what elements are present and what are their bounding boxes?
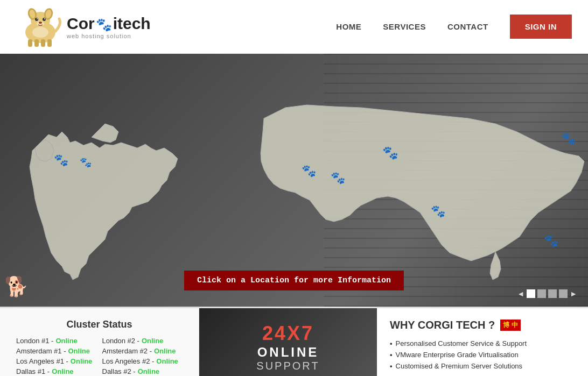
support-247-text: 24X7 [256,322,319,345]
svg-rect-14 [34,39,39,47]
svg-rect-13 [28,39,32,47]
cluster-label-la1: Los Angeles #1 - [16,357,68,365]
bottom-section: Cluster Status London #1 - Online London… [0,307,588,376]
signin-button[interactable]: SIGN IN [510,15,572,39]
cluster-label-dallas1: Dallas #1 - [16,367,50,375]
why-list: Personalised Customer Service & Support … [390,338,575,372]
china-flag-icon: 博 中 [500,320,520,331]
svg-point-8 [37,18,38,19]
slider-prev[interactable]: ◄ [517,289,524,298]
why-item-1: Personalised Customer Service & Support [390,338,575,349]
support-banner: 24X7 ONLINE SUPPORT [199,308,377,376]
cluster-item-dallas1: Dallas #1 - Online [16,367,97,375]
logo-area: Cor 🐾 itech web hosting solution [16,5,151,48]
cluster-status-amsterdam1: Online [68,347,89,355]
hero-section: 🐾 🐾 🐾 🐾 🐾 🐾 🐾 🐾 🐕 Click on a Location fo… [0,54,588,307]
cluster-grid: London #1 - Online London #2 - Online Am… [16,337,183,375]
cluster-item-la1: Los Angeles #1 - Online [16,357,97,365]
cluster-status-london1: Online [55,337,77,345]
cluster-status-title: Cluster Status [16,319,183,330]
cluster-item-london1: London #1 - Online [16,337,97,345]
logo-icon [16,5,65,48]
why-title: WHY CORGI TECH ? 博 中 [390,319,575,331]
paw-texas[interactable]: 🐾 [431,204,446,218]
why-item-1-text: Personalised Customer Service & Support [396,339,527,347]
nav-home[interactable]: HOME [336,22,361,31]
why-item-2-text: VMware Enterprise Grade Virtualisation [396,351,519,359]
svg-text:🐾: 🐾 [382,145,398,160]
slider-next[interactable]: ► [570,289,577,298]
cluster-label-london1: London #1 - [16,337,53,345]
header: Cor 🐾 itech web hosting solution HOME SE… [0,0,588,54]
map-svg[interactable]: 🐾 🐾 🐾 🐾 🐾 🐾 🐾 🐾 [0,54,588,307]
cluster-label-la2: Los Angeles #2 - [102,357,155,365]
paw-newyork[interactable]: 🐾 [561,131,576,146]
paw-southeast[interactable]: 🐾 [544,233,559,248]
paw-dallas1[interactable]: 🐾 [302,164,317,178]
cluster-item-amsterdam2: Amsterdam #2 - Online [102,347,183,355]
svg-point-6 [35,18,38,21]
svg-text:🐾: 🐾 [80,157,92,168]
svg-text:🐾: 🐾 [544,233,559,248]
corgi-mascot: 🐕 [4,275,31,302]
svg-text:🐾: 🐾 [431,204,446,218]
why-item-3-text: Customised & Premium Server Solutions [396,362,523,370]
cluster-status-dallas1: Online [52,367,73,375]
cluster-status-panel: Cluster Status London #1 - Online London… [0,308,199,376]
svg-rect-15 [41,39,45,47]
paw-london[interactable]: 🐾 [54,153,69,167]
cluster-label-amsterdam1: Amsterdam #1 - [16,347,66,355]
why-section: WHY CORGI TECH ? 博 中 Personalised Custom… [377,308,588,376]
why-title-text: WHY CORGI TECH ? [390,319,495,331]
cluster-status-la1: Online [71,357,92,365]
svg-point-9 [44,18,45,19]
svg-rect-16 [47,39,52,47]
cluster-item-amsterdam1: Amsterdam #1 - Online [16,347,97,355]
logo-subtitle: web hosting solution [67,33,151,39]
svg-point-12 [39,22,42,24]
slider-dot-3[interactable] [548,289,557,298]
slider-dot-1[interactable] [527,289,535,298]
cluster-status-amsterdam2: Online [154,347,176,355]
slider-dot-2[interactable] [537,289,546,298]
support-online-text: ONLINE [256,345,319,360]
nav-contact[interactable]: CONTACT [447,22,488,31]
why-item-3: Customised & Premium Server Solutions [390,360,575,372]
click-info-banner[interactable]: Click on a Location for more Information [184,271,404,290]
navigation: HOME SERVICES CONTACT SIGN IN [336,15,572,39]
paw-central[interactable]: 🐾 [382,145,398,160]
cluster-label-amsterdam2: Amsterdam #2 - [102,347,152,355]
svg-text:🐾: 🐾 [54,153,69,167]
svg-text:🐾: 🐾 [302,164,317,178]
slider-controls: ◄ ► [517,289,577,298]
paw-dallas2[interactable]: 🐾 [331,171,346,185]
support-support-text: SUPPORT [256,360,319,372]
cluster-status-london2: Online [142,337,163,345]
svg-point-17 [32,27,48,38]
cluster-status-dallas2: Online [138,367,159,375]
paw-amsterdam[interactable]: 🐾 [80,157,92,168]
cluster-label-dallas2: Dallas #2 - [102,367,136,375]
nav-services[interactable]: SERVICES [383,22,426,31]
cluster-item-dallas2: Dallas #2 - Online [102,367,183,375]
slider-dot-4[interactable] [559,289,568,298]
cluster-item-london2: London #2 - Online [102,337,183,345]
cluster-status-la2: Online [156,357,178,365]
cluster-item-la2: Los Angeles #2 - Online [102,357,183,365]
cluster-label-london2: London #2 - [102,337,139,345]
why-item-2: VMware Enterprise Grade Virtualisation [390,349,575,360]
svg-text:🐾: 🐾 [331,171,346,185]
support-banner-inner: 24X7 ONLINE SUPPORT [199,308,377,376]
svg-point-7 [43,18,46,21]
svg-text:🐾: 🐾 [561,131,576,146]
